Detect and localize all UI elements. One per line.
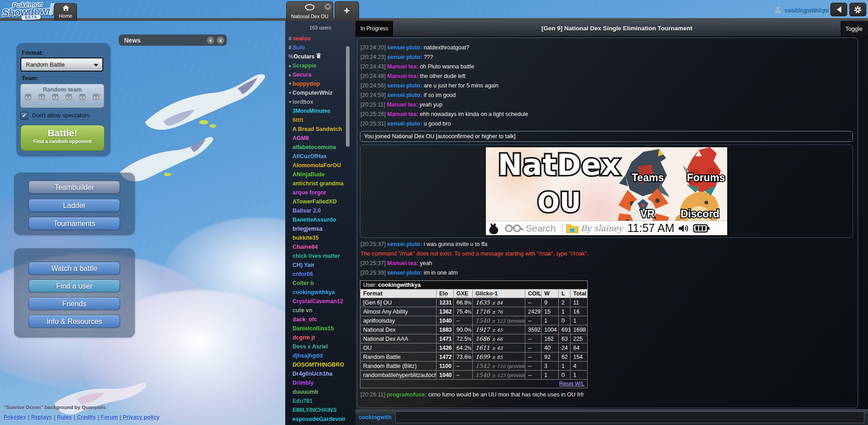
banner-search-label[interactable]: Search (526, 223, 556, 234)
userlist-user[interactable]: cute vn (285, 306, 355, 315)
message-username[interactable]: sensei pluto: (387, 92, 424, 98)
tournament-toggle-button[interactable]: Toggle (841, 21, 868, 36)
tournament-status-badge[interactable]: In Progress (355, 21, 393, 36)
userlist-user[interactable]: arque forgor (285, 188, 355, 197)
userlist-user[interactable]: ANinjaDude (285, 170, 355, 179)
userlist-user[interactable]: %Oculars (285, 52, 355, 61)
nav-button-teambuilder[interactable]: Teambuilder (29, 181, 120, 193)
userlist-user[interactable]: Chaine84 (285, 242, 355, 251)
userlist-user[interactable]: +lordbox (285, 97, 355, 106)
checkbox-checked-icon[interactable]: ✓ (20, 112, 28, 120)
banner-link-discord[interactable]: Discord (681, 208, 719, 220)
message-username[interactable]: Manuel tea: (387, 63, 420, 70)
nav-button-find-a-user[interactable]: Find a user (29, 280, 120, 292)
userlist-user[interactable]: cookingwithkya (285, 288, 355, 297)
userlist-count[interactable]: 163 users (285, 21, 355, 34)
table-cell: -- (525, 371, 542, 380)
reset-wl-link[interactable]: Reset W/L (559, 381, 585, 387)
footer-link-pok-dex[interactable]: Pokédex (4, 414, 26, 420)
userlist-user[interactable]: Drimbly (285, 378, 355, 387)
pokemon-showdown-logo[interactable]: Pokémon Showdown BETA ! (1, 0, 61, 22)
news-close-icon[interactable]: x (217, 37, 224, 44)
userlist-user[interactable]: AlomomolaForOU (285, 161, 355, 170)
userlist-user[interactable]: dack_ofc (285, 315, 355, 324)
message-username[interactable]: sensei pluto: (387, 44, 424, 51)
settings-button[interactable] (849, 3, 866, 16)
chat-log[interactable]: [20:24:20] sensei pluto: natdexthroatgoa… (357, 38, 858, 408)
userlist-user[interactable]: Ballsar 2.0 (285, 206, 355, 215)
message-username[interactable]: Manuel tea: (387, 260, 420, 266)
sound-button[interactable] (830, 3, 847, 16)
userlist-user[interactable]: A Bread Sandwich (285, 125, 355, 134)
userlist-user[interactable]: 6tttt (285, 116, 355, 125)
userlist-user[interactable]: BanetteAssurdo (285, 215, 355, 224)
nav-button-ladder[interactable]: Ladder (29, 199, 120, 212)
banner-link-forums[interactable]: Forums (687, 172, 725, 184)
userlist-user[interactable]: 3MoreMinutes (285, 106, 355, 116)
userlist-user[interactable]: alfabetocomuna (285, 143, 355, 152)
userlist-user[interactable]: ⁎Secura (285, 70, 355, 79)
battle-button[interactable]: Battle! Find a random opponent (20, 125, 105, 151)
userlist-user[interactable]: #sealoo (285, 34, 355, 43)
userlist-user[interactable]: chick lives matter (285, 251, 355, 261)
message-username[interactable]: Manuel tea: (387, 111, 420, 117)
natdex-ou-banner[interactable]: NatDex OU Teams Forums VR Discord (486, 147, 727, 235)
userlist-user[interactable]: +ComputerWhiz (285, 88, 355, 97)
nav-button-tournaments[interactable]: Tournaments (29, 217, 120, 230)
message-username[interactable]: Manuel tea: (387, 73, 420, 79)
userlist-user[interactable]: duuuumb (285, 387, 355, 396)
userlist-user[interactable]: #Sulo (285, 43, 355, 52)
team-select[interactable]: Random team (20, 84, 104, 108)
message-username[interactable]: sensei pluto: (387, 121, 424, 127)
new-tab-button[interactable]: + (335, 1, 359, 21)
userlist-user[interactable]: Edu781 (285, 396, 355, 406)
spectators-checkbox-row[interactable]: ✓ Don't allow spectators (20, 112, 90, 120)
footer-link-rules[interactable]: Rules (57, 414, 72, 420)
userlist-user[interactable]: AllCuzOfHax (285, 152, 355, 161)
format-select[interactable]: Random Battle (20, 58, 103, 72)
message-username[interactable]: Manuel tea: (387, 101, 419, 108)
userlist-user[interactable]: DOSOMTHINGBRO (285, 360, 355, 369)
footer-link-replays[interactable]: Replays (31, 414, 52, 420)
userlist-user[interactable]: Dr4g0nUch1ha (285, 369, 355, 378)
tab-close-icon[interactable]: ✕ (325, 4, 331, 10)
userlist-user[interactable]: CH) Yair (285, 261, 355, 270)
userlist-user[interactable]: dcgrm jt (285, 333, 355, 342)
chat-message-input[interactable] (395, 411, 864, 423)
userlist-user[interactable]: +boppydop (285, 79, 355, 88)
userlist-user[interactable]: brlegjemsa (285, 224, 355, 233)
userlist-user[interactable]: CrystalCaveman12 (285, 297, 355, 306)
userlist-user[interactable]: Danielcollins15 (285, 324, 355, 333)
logged-in-username[interactable]: cookingwithkya (784, 6, 828, 13)
userlist-user[interactable]: esposodeGardevoir (285, 415, 355, 424)
banner-link-teams[interactable]: Teams (632, 172, 664, 184)
message-username[interactable]: sensei pluto: (387, 241, 424, 247)
userlist-user[interactable]: antichrist grandma (285, 179, 355, 188)
userlist-user[interactable]: bukkite35 (285, 233, 355, 242)
footer-link-credits[interactable]: Credits (77, 414, 96, 420)
news-minimize-icon[interactable]: + (207, 37, 214, 44)
nav-button-friends[interactable]: Friends (29, 297, 120, 310)
footer-link-privacy-policy[interactable]: Privacy policy (123, 414, 160, 420)
message-username[interactable]: sensei pluto: (387, 54, 424, 60)
nav-button-info-resources[interactable]: Info & Resources (29, 315, 120, 328)
message-username[interactable]: sensei pluto: (387, 82, 424, 89)
userlist-user[interactable]: djhsajhgdd (285, 351, 355, 360)
footer-link-forum[interactable]: Forum (101, 414, 118, 420)
userlist-user[interactable]: ⁎Scrappie (285, 61, 355, 70)
userlist-user[interactable]: Dess x Asriel (285, 342, 355, 351)
userlist-user[interactable]: AGM8 (285, 134, 355, 143)
message-username[interactable]: sensei pluto: (387, 270, 424, 276)
message-username[interactable]: programofuse: (387, 391, 428, 398)
nav-button-watch-a-battle[interactable]: Watch a battle (29, 262, 120, 275)
userlist-scrollbar[interactable] (346, 46, 350, 147)
userlist-user[interactable]: cnfor06 (285, 270, 355, 279)
tab-national-dex-ou[interactable]: ✕ National Dex OU (286, 1, 333, 21)
userlist-user[interactable]: EMILYINCHAINS (285, 406, 355, 415)
username: Drimbly (293, 380, 314, 386)
table-cell: 1040 (436, 371, 454, 380)
userlist-user[interactable]: Colter b (285, 279, 355, 288)
banner-link-vr[interactable]: VR (640, 208, 655, 220)
userlist-user[interactable]: ATowerFalledXD (285, 197, 355, 206)
username: bukkite35 (293, 235, 319, 241)
